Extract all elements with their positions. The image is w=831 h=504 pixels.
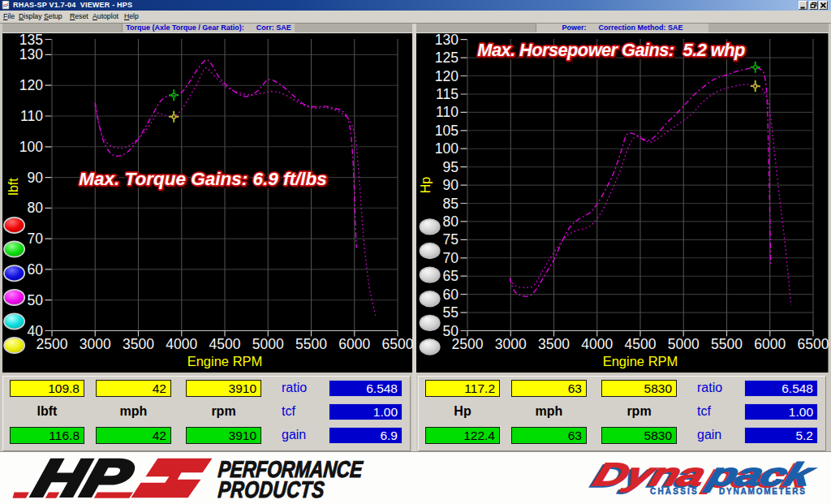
svg-text:3500: 3500 bbox=[538, 336, 570, 352]
svg-text:100: 100 bbox=[19, 139, 43, 155]
svg-text:50: 50 bbox=[28, 292, 44, 308]
svg-text:3500: 3500 bbox=[123, 336, 154, 352]
svg-text:6500: 6500 bbox=[798, 336, 829, 352]
svg-text:110: 110 bbox=[436, 104, 459, 120]
svg-text:4500: 4500 bbox=[209, 336, 241, 352]
svg-text:85: 85 bbox=[443, 196, 459, 212]
svg-text:5000: 5000 bbox=[252, 336, 284, 352]
svg-text:lbft: lbft bbox=[6, 178, 20, 196]
svg-text:55: 55 bbox=[443, 304, 459, 321]
svg-text:90: 90 bbox=[28, 170, 44, 186]
svg-text:4500: 4500 bbox=[625, 336, 657, 352]
svg-text:80: 80 bbox=[443, 213, 459, 230]
svg-text:95: 95 bbox=[443, 159, 459, 175]
svg-text:Engine RPM: Engine RPM bbox=[603, 354, 678, 368]
svg-text:Max. Horsepower Gains: 5.2 wh: Max. Horsepower Gains: 5.2 whp bbox=[477, 40, 745, 60]
svg-text:90: 90 bbox=[443, 177, 459, 193]
svg-text:130: 130 bbox=[435, 32, 459, 48]
svg-text:4000: 4000 bbox=[581, 336, 613, 352]
svg-text:130: 130 bbox=[19, 46, 43, 62]
svg-text:DYNAMOMETERS: DYNAMOMETERS bbox=[719, 487, 807, 496]
svg-text:60: 60 bbox=[443, 286, 459, 303]
svg-text:6000: 6000 bbox=[754, 336, 786, 352]
svg-text:75: 75 bbox=[443, 231, 459, 248]
svg-text:70: 70 bbox=[28, 230, 44, 247]
svg-text:65: 65 bbox=[443, 268, 459, 284]
svg-text:100: 100 bbox=[435, 140, 459, 157]
svg-text:Engine RPM: Engine RPM bbox=[187, 354, 263, 368]
svg-text:HP: HP bbox=[28, 449, 140, 504]
svg-text:125: 125 bbox=[435, 50, 459, 66]
svg-text:4000: 4000 bbox=[166, 336, 197, 352]
svg-text:Hp: Hp bbox=[419, 177, 433, 194]
svg-text:5500: 5500 bbox=[711, 336, 743, 352]
svg-text:70: 70 bbox=[443, 250, 459, 266]
svg-text:110: 110 bbox=[20, 108, 43, 124]
svg-text:80: 80 bbox=[28, 200, 44, 216]
svg-text:115: 115 bbox=[436, 86, 459, 102]
svg-text:60: 60 bbox=[28, 261, 44, 278]
svg-text:3000: 3000 bbox=[80, 336, 111, 352]
svg-text:5500: 5500 bbox=[295, 336, 327, 352]
svg-text:135: 135 bbox=[19, 32, 43, 48]
svg-text:105: 105 bbox=[435, 123, 459, 139]
svg-text:120: 120 bbox=[19, 77, 43, 93]
svg-text:Max. Torque Gains: 6.9 ft/lbs: Max. Torque Gains: 6.9 ft/lbs bbox=[79, 169, 326, 189]
svg-text:PRODUCTS: PRODUCTS bbox=[217, 476, 325, 503]
svg-text:3000: 3000 bbox=[495, 336, 527, 352]
svg-text:2500: 2500 bbox=[452, 336, 484, 352]
svg-text:2500: 2500 bbox=[37, 336, 68, 352]
svg-text:CHASSIS: CHASSIS bbox=[650, 487, 699, 496]
svg-text:120: 120 bbox=[435, 68, 459, 84]
svg-text:6000: 6000 bbox=[338, 336, 370, 352]
svg-text:5000: 5000 bbox=[668, 336, 700, 352]
svg-text:6500: 6500 bbox=[382, 336, 414, 352]
